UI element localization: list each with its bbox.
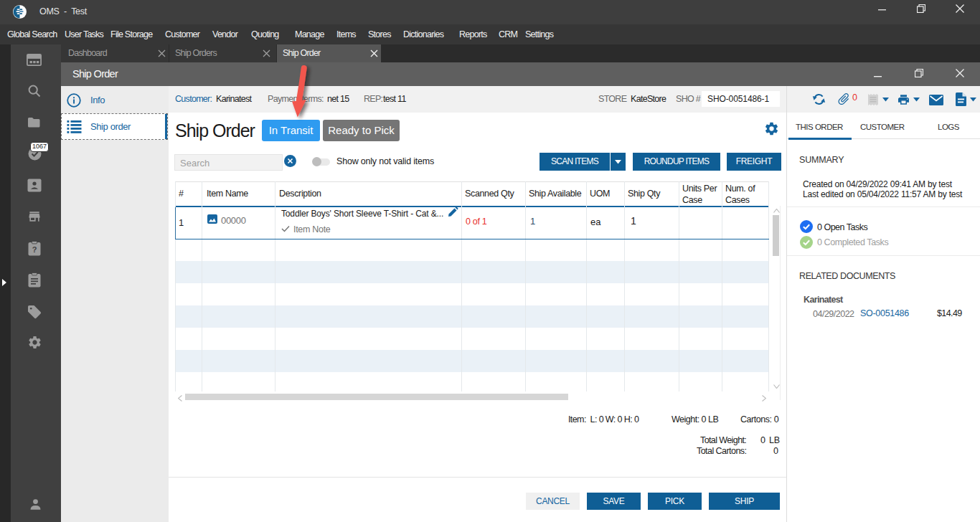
- svg-text:?: ?: [32, 245, 37, 254]
